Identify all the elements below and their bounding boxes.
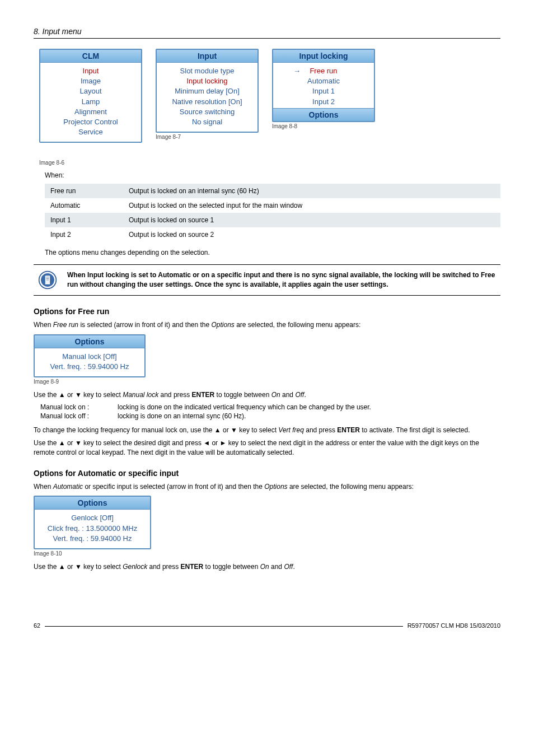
menu-item: → Free run [273,66,374,76]
auto-options-menu: Options Genlock [Off] Click freq. : 13.5… [34,496,151,549]
menu-item: Lamp [40,97,141,107]
menu-item: Projector Control [40,117,141,127]
menu-item: Input 1 [273,86,374,96]
kv-val: locking is done on the indicated vertica… [118,403,371,411]
image-caption: Image 8-6 [39,160,142,166]
page-footer: 62 R59770057 CLM HD8 15/03/2010 [34,622,500,629]
clm-title: CLM [40,50,141,63]
menu-item: Source switching [157,107,257,117]
kv-key: Manual lock off : [40,412,107,420]
note-text: When Input locking is set to Automatic o… [67,270,500,288]
svg-rect-6 [45,282,50,284]
figures-row: CLM Input Image Layout Lamp Alignment Pr… [39,49,500,166]
figure-input: Input Slot module type Input locking Min… [156,49,259,140]
freerun-use: Use the ▲ or ▼ key to select Manual lock… [34,390,500,400]
menu-title: Options [35,497,150,510]
page-number: 62 [34,622,40,629]
menu-item: Automatic [273,76,374,86]
freerun-heading: Options for Free run [34,307,500,316]
locking-title: Input locking [273,50,374,63]
footer-rule [45,626,402,627]
arrow-right-icon: → [293,66,301,76]
locking-menu: Input locking → Free run Automatic Input… [272,49,375,122]
auto-heading: Options for Automatic or specific input [34,469,500,478]
when-table: Free runOutput is locked on an internal … [45,184,500,242]
menu-item: Minimum delay [On] [157,86,257,96]
clm-menu: CLM Input Image Layout Lamp Alignment Pr… [39,49,142,143]
image-caption: Image 8-9 [34,379,500,385]
doc-id: R59770057 CLM HD8 15/03/2010 [407,622,500,629]
image-caption: Image 8-8 [272,123,375,129]
section-header: 8. Input menu [34,27,500,39]
note-icon [38,270,57,290]
menu-item: Vert. freq. : 59.94000 Hz [35,362,144,372]
freerun-menu-wrap: Options Manual lock [Off] Vert. freq. : … [34,334,500,377]
when-label: When: [45,171,500,179]
cell-key: Input 1 [45,213,123,227]
options-changes-text: The options menu changes depending on th… [45,249,500,256]
cell-val: Output is locked on source 1 [123,213,500,227]
cell-key: Automatic [45,198,123,213]
table-row: Free runOutput is locked on an internal … [45,184,500,198]
menu-title: Options [35,335,144,348]
image-caption: Image 8-7 [156,134,259,140]
freerun-intro: When Free run is selected (arrow in fron… [34,320,500,330]
menu-item: Slot module type [157,66,257,76]
figure-clm: CLM Input Image Layout Lamp Alignment Pr… [39,49,142,166]
menu-item: Alignment [40,107,141,117]
cell-key: Input 2 [45,227,123,242]
cell-val: Output is locked on source 2 [123,227,500,242]
cell-val: Output is locked on an internal sync (60… [123,184,500,198]
menu-item-label: Free run [310,67,337,75]
auto-use: Use the ▲ or ▼ key to select Genlock and… [34,562,500,572]
freerun-options-menu: Options Manual lock [Off] Vert. freq. : … [34,334,146,377]
table-row: Input 1Output is locked on source 1 [45,213,500,227]
menu-item: Input [40,66,141,76]
options-footer: Options [273,108,374,121]
menu-item: Input locking [157,76,257,86]
freerun-digits: Use the ▲ or ▼ key to select the desired… [34,438,500,458]
menu-item: No signal [157,117,257,127]
manual-lock-on-row: Manual lock on : locking is done on the … [40,403,500,411]
auto-menu-wrap: Options Genlock [Off] Click freq. : 13.5… [34,496,500,549]
menu-item: Genlock [Off] [35,513,150,523]
kv-key: Manual lock on : [40,403,107,411]
menu-item: Vert. freq. : 59.94000 Hz [35,534,150,544]
table-row: Input 2Output is locked on source 2 [45,227,500,242]
input-title: Input [157,50,257,63]
note-box: When Input locking is set to Automatic o… [34,264,500,296]
menu-item: Layout [40,86,141,96]
menu-item: Native resolution [On] [157,97,257,107]
table-row: AutomaticOutput is locked on the selecte… [45,198,500,213]
input-menu: Input Slot module type Input locking Min… [156,49,259,133]
image-caption: Image 8-10 [34,550,500,557]
cell-val: Output is locked on the selected input f… [123,198,500,213]
figure-locking: Input locking → Free run Automatic Input… [272,49,375,129]
menu-item: Manual lock [Off] [35,352,144,362]
menu-item: Image [40,76,141,86]
kv-val: locking is done on an internal sync (60 … [118,412,246,420]
manual-lock-off-row: Manual lock off : locking is done on an … [40,412,500,420]
cell-key: Free run [45,184,123,198]
auto-intro: When Automatic or specific input is sele… [34,482,500,492]
menu-item: Input 2 [273,97,374,107]
menu-item: Service [40,127,141,137]
freerun-change: To change the locking frequency for manu… [34,426,500,435]
menu-item: Click freq. : 13.500000 MHz [35,524,150,534]
